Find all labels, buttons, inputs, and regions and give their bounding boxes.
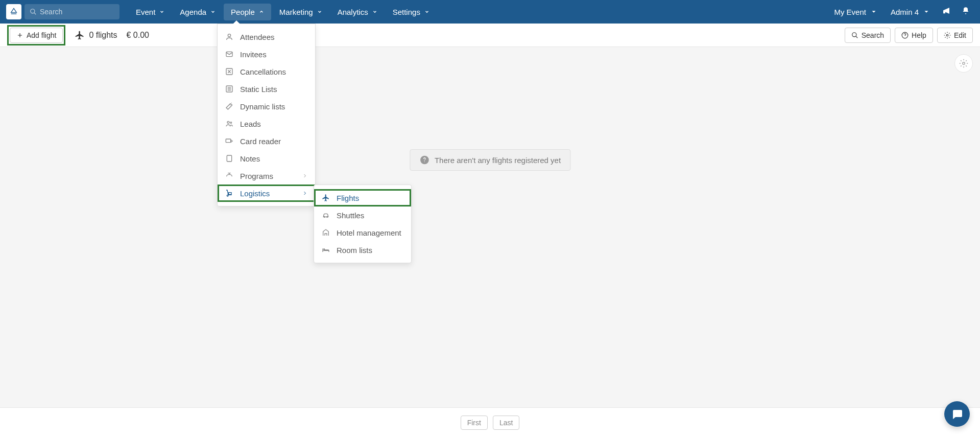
dd-card-reader[interactable]: Card reader — [218, 132, 315, 150]
nav-agenda[interactable]: Agenda — [173, 4, 223, 20]
nav-label: Settings — [393, 8, 420, 16]
submenu-shuttles[interactable]: Shuttles — [314, 206, 411, 224]
wand-icon — [225, 102, 234, 111]
svg-point-11 — [230, 122, 232, 124]
nav-label: Analytics — [338, 8, 368, 16]
nav-settings[interactable]: Settings — [386, 4, 437, 20]
svg-rect-13 — [227, 155, 231, 162]
cost-display: € 0.00 — [127, 31, 149, 40]
dd-label: Logistics — [240, 189, 270, 198]
submenu-hotel[interactable]: Hotel management — [314, 224, 411, 241]
help-icon — [901, 32, 909, 39]
svg-rect-12 — [226, 139, 230, 143]
mail-icon — [225, 50, 234, 59]
dd-cancellations[interactable]: Cancellations — [218, 63, 315, 80]
chevron-down-icon — [923, 8, 930, 15]
edit-button[interactable]: Edit — [937, 28, 973, 43]
edit-label: Edit — [954, 31, 966, 39]
last-page-button[interactable]: Last — [493, 416, 519, 430]
svg-point-6 — [228, 34, 230, 37]
card-icon — [225, 136, 234, 146]
submenu-flights[interactable]: Flights — [314, 189, 411, 206]
dd-label: Attendees — [240, 33, 275, 41]
submenu-room-lists[interactable]: Room lists — [314, 241, 411, 259]
page-toolbar: Add flight 0 flights € 0.00 Search Help … — [0, 24, 980, 47]
dd-label: Programs — [240, 172, 273, 180]
dd-invitees[interactable]: Invitees — [218, 45, 315, 63]
plus-icon — [16, 32, 23, 39]
chevron-right-icon — [302, 190, 308, 196]
main-menu: Event Agenda People Marketing Analytics … — [129, 4, 437, 20]
chevron-down-icon — [317, 9, 322, 14]
dd-notes[interactable]: Notes — [218, 150, 315, 167]
search-icon — [30, 8, 37, 15]
event-selector[interactable]: My Event — [829, 4, 882, 20]
add-flight-label: Add flight — [27, 31, 56, 39]
admin-selector[interactable]: Admin 4 — [886, 4, 935, 20]
content-area: There aren't any flights registered yet — [0, 47, 980, 407]
chevron-right-icon — [302, 173, 308, 179]
search-button[interactable]: Search — [845, 28, 891, 43]
empty-message-text: There aren't any flights registered yet — [435, 156, 561, 165]
hotel-icon — [321, 228, 330, 237]
dd-dynamic-lists[interactable]: Dynamic lists — [218, 98, 315, 115]
bell-icon[interactable] — [958, 3, 974, 21]
dd-logistics[interactable]: Logistics — [218, 185, 315, 202]
nav-analytics[interactable]: Analytics — [330, 4, 385, 20]
admin-label: Admin 4 — [891, 8, 919, 16]
chevron-down-icon — [210, 9, 216, 14]
svg-point-4 — [963, 62, 965, 65]
nav-event[interactable]: Event — [129, 4, 172, 20]
svg-point-10 — [227, 121, 229, 123]
toolbar-right: Search Help Edit — [845, 28, 973, 43]
chat-widget[interactable] — [944, 401, 970, 427]
logistics-submenu: Flights Shuttles Hotel management Room l… — [314, 185, 412, 263]
chevron-up-icon — [259, 9, 264, 14]
dd-label: Card reader — [240, 137, 281, 146]
nav-label: Agenda — [180, 8, 206, 16]
help-label: Help — [912, 31, 926, 39]
announcement-icon[interactable] — [938, 3, 954, 21]
add-flight-button[interactable]: Add flight — [10, 28, 63, 43]
dd-label: Dynamic lists — [240, 102, 285, 111]
top-navigation: Event Agenda People Marketing Analytics … — [0, 0, 980, 24]
chat-icon — [951, 408, 963, 420]
event-label: My Event — [834, 8, 866, 16]
dolly-icon — [225, 189, 234, 198]
nav-label: Marketing — [279, 8, 313, 16]
svg-point-3 — [946, 34, 948, 36]
submenu-label: Shuttles — [337, 211, 364, 220]
first-page-button[interactable]: First — [461, 416, 488, 430]
svg-point-1 — [852, 32, 856, 36]
empty-state: There aren't any flights registered yet — [410, 149, 570, 171]
cost-label: € 0.00 — [127, 31, 149, 40]
nav-label: Event — [136, 8, 155, 16]
plane-icon — [75, 30, 85, 40]
app-logo[interactable] — [6, 4, 21, 19]
dd-label: Leads — [240, 120, 261, 128]
users-icon — [225, 119, 234, 128]
settings-floating-button[interactable] — [954, 54, 973, 73]
chevron-down-icon — [870, 8, 877, 15]
gear-icon — [959, 59, 968, 68]
cancel-icon — [225, 67, 234, 76]
submenu-label: Room lists — [337, 246, 372, 255]
dd-label: Notes — [240, 154, 260, 163]
global-search[interactable] — [25, 4, 119, 19]
dd-programs[interactable]: Programs — [218, 167, 315, 185]
dd-leads[interactable]: Leads — [218, 115, 315, 132]
dd-attendees[interactable]: Attendees — [218, 28, 315, 45]
top-nav-right: My Event Admin 4 — [829, 3, 974, 21]
svg-point-0 — [31, 9, 35, 13]
dd-label: Cancellations — [240, 67, 286, 76]
bed-icon — [321, 245, 330, 255]
submenu-label: Flights — [337, 194, 359, 202]
dd-static-lists[interactable]: Static Lists — [218, 80, 315, 98]
nav-marketing[interactable]: Marketing — [272, 4, 329, 20]
dd-label: Invitees — [240, 50, 267, 59]
help-button[interactable]: Help — [895, 28, 933, 43]
nav-people[interactable]: People — [224, 4, 271, 20]
user-icon — [225, 32, 234, 41]
search-input[interactable] — [40, 8, 114, 16]
pagination-footer: First Last — [0, 407, 980, 437]
